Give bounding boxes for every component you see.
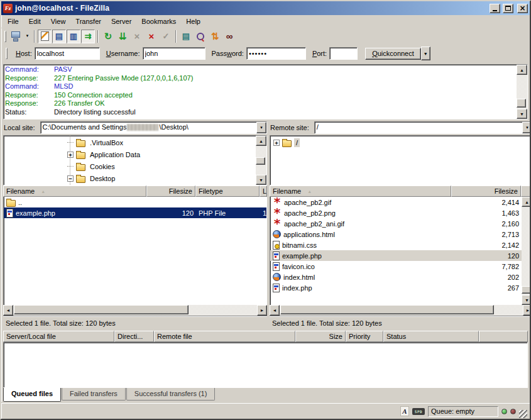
remote-horizontal-scrollbar[interactable] (270, 305, 531, 316)
scrollbar-thumb[interactable] (256, 157, 265, 165)
host-input[interactable] (35, 47, 100, 60)
quickconnect-grip[interactable] (6, 48, 8, 59)
remote-path-combo[interactable]: / ▼ (314, 121, 531, 134)
maximize-button[interactable] (503, 4, 513, 13)
file-row[interactable]: index.html 202 (270, 272, 522, 282)
local-horizontal-scrollbar[interactable] (3, 305, 267, 316)
tree-item[interactable]: / (270, 136, 531, 148)
log-scrollbar[interactable] (517, 65, 527, 119)
reconnect-icon[interactable]: ✓ (159, 30, 173, 43)
file-row[interactable]: apache_pb2.png 1,463 (270, 207, 522, 218)
file-row[interactable]: .. (4, 197, 266, 207)
column-header-priority[interactable]: Priority (346, 331, 383, 342)
tree-expander-icon[interactable] (67, 152, 74, 158)
find-files-icon[interactable]: ∞ (222, 30, 236, 43)
column-header-filename[interactable]: Filename▲ (270, 185, 451, 197)
column-header-filesize[interactable]: Filesize (451, 185, 521, 197)
scroll-up-button[interactable] (522, 197, 531, 207)
scroll-down-button[interactable] (256, 175, 266, 185)
speed-limits-icon[interactable]: SPD (412, 408, 425, 415)
tree-item[interactable]: Desktop (4, 172, 256, 184)
tree-expander-icon[interactable] (67, 175, 74, 182)
tab-successful-transfers[interactable]: Successful transfers (1) (126, 388, 216, 401)
sync-browsing-icon[interactable]: ⇅ (208, 30, 222, 43)
refresh-icon[interactable]: ↻ (101, 30, 115, 43)
tab-queued-files[interactable]: Queued files (3, 388, 61, 402)
local-path-combo[interactable]: C:\Documents and Settings\Desktop\ ▼ (40, 121, 267, 134)
toggle-log-icon[interactable] (38, 30, 52, 43)
remote-list-scrollbar[interactable] (522, 197, 531, 305)
column-header-direction[interactable]: Directi... (114, 331, 154, 342)
column-header-filesize[interactable]: Filesize (146, 185, 195, 197)
remote-status-text: Selected 1 file. Total size: 120 bytes (270, 316, 531, 329)
toggle-remote-tree-icon[interactable]: ▥ (67, 30, 80, 43)
file-type-icon (6, 209, 13, 218)
port-input[interactable] (329, 47, 358, 60)
menu-bookmarks[interactable]: Bookmarks (136, 16, 181, 27)
scroll-right-button[interactable] (523, 305, 531, 316)
toggle-queue-icon[interactable]: ⇉ (81, 30, 95, 43)
scroll-down-button[interactable] (522, 295, 531, 305)
scroll-left-button[interactable] (270, 305, 280, 316)
minimize-button[interactable] (490, 4, 500, 13)
local-tree-scrollbar[interactable] (256, 136, 266, 185)
toolbar-grip[interactable] (4, 31, 6, 42)
file-row[interactable]: bitnami.css 2,142 (270, 240, 522, 250)
toggle-local-tree-icon[interactable]: ▤ (52, 30, 66, 43)
file-row[interactable]: apache_pb2.gif 2,414 (270, 197, 522, 207)
username-input[interactable] (143, 47, 205, 60)
host-label: Host: (16, 50, 32, 57)
process-queue-icon[interactable]: ⇊ (116, 30, 129, 43)
menu-view[interactable]: View (46, 16, 71, 27)
column-header-filetype[interactable]: Filetype (195, 185, 260, 197)
file-row[interactable]: apache_pb2_ani.gif 2,160 (270, 218, 522, 229)
file-row[interactable]: applications.html 2,713 (270, 229, 522, 240)
menu-edit[interactable]: Edit (24, 16, 46, 27)
column-header-server-local-file[interactable]: Server/Local file (3, 331, 114, 342)
tree-item[interactable]: Application Data (4, 148, 256, 160)
scroll-right-button[interactable] (257, 305, 267, 316)
tree-expander-icon[interactable] (273, 140, 280, 146)
scrollbar-thumb[interactable] (517, 99, 526, 108)
menu-server[interactable]: Server (106, 16, 136, 27)
column-header-size[interactable]: Size (295, 331, 346, 342)
column-header-lastmodified[interactable]: L (260, 185, 267, 197)
menu-help[interactable]: Help (181, 16, 205, 27)
menu-transfer[interactable]: Transfer (70, 16, 106, 27)
disconnect-icon[interactable]: × (145, 30, 158, 43)
scroll-down-button[interactable] (517, 109, 527, 119)
scroll-left-button[interactable] (3, 305, 13, 316)
site-manager-icon[interactable] (9, 30, 23, 43)
filter-icon[interactable]: ▤ (179, 30, 193, 43)
sort-asc-icon: ▲ (41, 189, 45, 194)
tab-failed-transfers[interactable]: Failed transfers (62, 388, 126, 401)
quickconnect-dropdown-icon[interactable]: ▼ (421, 47, 430, 60)
dropdown-arrow-icon[interactable]: ▼ (256, 122, 266, 133)
column-header-status[interactable]: Status (383, 331, 479, 342)
scroll-up-button[interactable] (517, 65, 527, 75)
scrollbar-thumb[interactable] (14, 305, 189, 314)
scroll-up-button[interactable] (256, 136, 266, 146)
file-row[interactable]: index.php 267 (270, 282, 522, 293)
file-row[interactable]: favicon.ico 7,782 (270, 261, 522, 272)
cancel-icon[interactable]: × (130, 30, 144, 43)
column-header-remote-file[interactable]: Remote file (154, 331, 295, 342)
close-button[interactable]: × (517, 4, 528, 13)
tree-expander-icon[interactable] (67, 142, 74, 143)
menu-file[interactable]: File (3, 16, 24, 27)
column-header-filename[interactable]: Filename▲ (3, 185, 146, 197)
password-input[interactable] (246, 47, 306, 60)
file-row[interactable]: example.php 120 (270, 250, 522, 261)
dropdown-arrow-icon[interactable]: ▼ (522, 122, 531, 133)
tree-item[interactable]: .VirtualBox (4, 136, 256, 148)
scrollbar-thumb[interactable] (280, 305, 494, 314)
scrollbar-thumb[interactable] (522, 286, 531, 294)
file-row[interactable]: example.php 120 PHP File 1 (4, 207, 266, 218)
resize-grip[interactable] (519, 410, 527, 418)
transfer-type-icon[interactable]: A (400, 406, 409, 416)
site-manager-dropdown-icon[interactable]: ▼ (23, 30, 31, 43)
compare-icon[interactable] (194, 30, 207, 43)
quickconnect-button[interactable]: Quickconnect (365, 48, 421, 60)
tree-expander-icon[interactable] (67, 166, 74, 167)
tree-item[interactable]: Cookies (4, 160, 256, 172)
